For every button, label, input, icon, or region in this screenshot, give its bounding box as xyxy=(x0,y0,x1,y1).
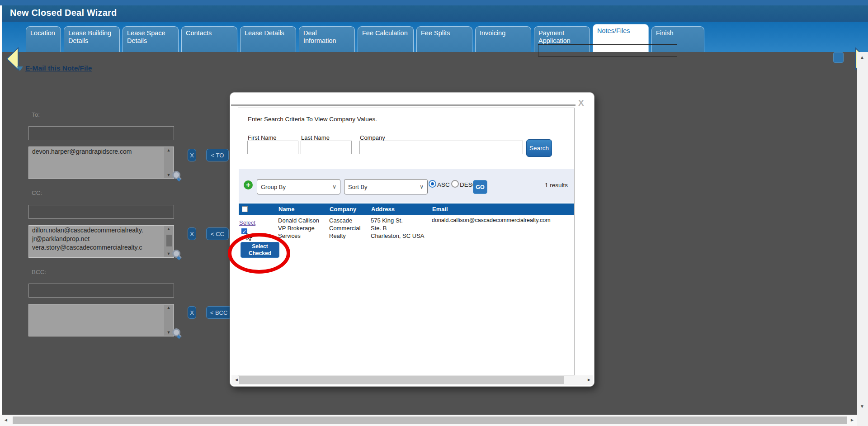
results-table-header: Name Company Address Email xyxy=(239,204,574,215)
window-left-edge xyxy=(0,5,2,415)
bcc-label: BCC: xyxy=(32,269,46,275)
app-window: New Closed Deal Wizard Location Lease Bu… xyxy=(0,0,868,426)
tab-lease-building-details[interactable]: Lease Building Details xyxy=(64,26,120,52)
move-to-button[interactable]: < TO xyxy=(206,149,229,161)
scroll-right-icon[interactable]: ► xyxy=(587,377,591,382)
company-label: Company xyxy=(360,134,385,141)
column-header-company: Company xyxy=(330,206,356,213)
bcc-address-list[interactable]: ▲ ▼ xyxy=(28,304,174,336)
tab-lease-space-details[interactable]: Lease Space Details xyxy=(123,26,179,52)
select-all-checkbox[interactable] xyxy=(242,206,248,212)
page-horizontal-scrollbar[interactable]: ◄ ► xyxy=(0,415,858,426)
title-bar xyxy=(0,5,868,22)
list-item[interactable]: devon.harper@grandrapidscre.com xyxy=(29,147,174,156)
page-vertical-scrollbar[interactable]: ▲ ▼ xyxy=(857,52,868,415)
asc-radio[interactable] xyxy=(429,180,436,188)
tab-fee-calculation[interactable]: Fee Calculation xyxy=(358,26,414,52)
people-search-icon[interactable] xyxy=(171,170,183,182)
collapse-triangle-icon[interactable] xyxy=(17,66,23,71)
scrollbar-thumb[interactable] xyxy=(13,417,847,424)
list-item[interactable]: dillon.nolan@cascadecommercialrealty. xyxy=(29,226,174,234)
desc-radio[interactable] xyxy=(451,180,459,188)
last-name-input[interactable] xyxy=(301,141,352,154)
sort-by-select[interactable]: Sort By ∨ xyxy=(344,179,428,194)
tab-deal-information[interactable]: Deal Information xyxy=(299,26,355,52)
to-label: To: xyxy=(32,111,40,118)
bcc-address-input[interactable] xyxy=(28,284,174,298)
search-button[interactable]: Search xyxy=(526,139,552,157)
dialog-horizontal-scrollbar[interactable]: ◄ ► xyxy=(231,375,593,385)
scrollbar-thumb[interactable] xyxy=(166,235,172,246)
scroll-down-icon[interactable]: ▼ xyxy=(167,330,171,336)
dialog-divider xyxy=(231,104,576,106)
asc-label: ASC xyxy=(437,181,450,188)
scroll-left-icon[interactable]: ◄ xyxy=(234,377,239,382)
list-item[interactable]: vera.story@cascadecommercialrealty.c xyxy=(29,243,174,251)
first-name-label: First Name xyxy=(248,134,277,141)
people-search-icon[interactable] xyxy=(171,249,183,260)
scroll-right-icon[interactable]: ► xyxy=(850,417,854,422)
cell-address: 575 King St. Ste. B Charleston, SC USA xyxy=(371,217,425,240)
clear-to-button[interactable]: X xyxy=(188,149,196,161)
scrollbar-thumb[interactable] xyxy=(239,376,564,384)
mouse-cursor-icon xyxy=(245,233,253,242)
tab-fee-splits[interactable]: Fee Splits xyxy=(416,26,472,52)
to-address-input[interactable] xyxy=(28,126,174,140)
first-name-input[interactable] xyxy=(247,141,298,154)
sort-by-value: Sort By xyxy=(348,184,368,190)
column-header-name: Name xyxy=(278,206,294,213)
last-name-label: Last Name xyxy=(301,134,330,141)
column-header-email: Email xyxy=(432,206,448,213)
tab-lease-details[interactable]: Lease Details xyxy=(240,26,296,52)
list-item[interactable]: jr@parklandprop.net xyxy=(29,234,174,243)
group-by-value: Group By xyxy=(261,184,286,190)
tab-location[interactable]: Location xyxy=(26,26,61,52)
company-input[interactable] xyxy=(359,141,523,154)
top-strip xyxy=(0,0,868,5)
results-count: 1 results xyxy=(545,182,568,189)
chevron-down-icon: ∨ xyxy=(332,184,336,190)
scroll-down-icon[interactable]: ▼ xyxy=(167,172,171,178)
wizard-tab-bar: Location Lease Building Details Lease Sp… xyxy=(0,22,868,52)
group-by-select[interactable]: Group By ∨ xyxy=(257,179,340,194)
clear-bcc-button[interactable]: X xyxy=(188,306,196,319)
select-row-link[interactable]: Select xyxy=(239,219,255,226)
scroll-up-icon[interactable]: ▲ xyxy=(860,55,864,60)
dimmed-background-field xyxy=(538,44,677,57)
select-checked-button[interactable]: Select Checked xyxy=(241,242,279,258)
move-cc-button[interactable]: < CC xyxy=(206,227,229,240)
clear-cc-button[interactable]: X xyxy=(188,227,196,240)
company-search-dialog: X Enter Search Criteria To View Company … xyxy=(230,92,594,387)
cc-address-list[interactable]: dillon.nolan@cascadecommercialrealty. jr… xyxy=(28,225,174,258)
column-header-address: Address xyxy=(371,206,395,213)
sort-toolbar: + Group By ∨ Sort By ∨ ASC DESC GO 1 res… xyxy=(239,169,574,203)
to-address-list[interactable]: devon.harper@grandrapidscre.com ▲ ▼ xyxy=(28,147,174,179)
cell-company: Cascade Commercial Realty xyxy=(329,217,360,240)
move-bcc-button[interactable]: < BCC xyxy=(206,306,231,319)
close-icon[interactable]: X xyxy=(578,98,584,108)
email-note-file-link[interactable]: E-Mail this Note/File xyxy=(25,64,92,72)
row-checkbox[interactable]: ✓ xyxy=(241,228,247,234)
chevron-down-icon: ∨ xyxy=(420,184,424,190)
add-icon[interactable]: + xyxy=(244,180,253,189)
scroll-up-icon[interactable]: ▲ xyxy=(167,305,171,311)
dimmed-background-button xyxy=(833,52,844,63)
scroll-up-icon[interactable]: ▲ xyxy=(167,226,171,232)
people-search-icon[interactable] xyxy=(171,327,183,339)
scrollbar-corner xyxy=(857,415,868,426)
scroll-down-icon[interactable]: ▼ xyxy=(167,251,171,257)
search-instruction: Enter Search Criteria To View Company Va… xyxy=(248,116,377,123)
cell-email: donald.callison@cascadecommercialrealty.… xyxy=(432,217,551,224)
page-title: New Closed Deal Wizard xyxy=(10,8,117,18)
dialog-body: Enter Search Criteria To View Company Va… xyxy=(238,108,575,375)
cell-name: Donald Callison VP Brokerage Services xyxy=(278,217,319,240)
scroll-up-icon[interactable]: ▲ xyxy=(167,147,171,153)
cc-label: CC: xyxy=(32,189,42,196)
scroll-left-icon[interactable]: ◄ xyxy=(4,417,8,422)
cc-address-input[interactable] xyxy=(28,205,174,219)
scroll-down-icon[interactable]: ▼ xyxy=(860,404,864,409)
tab-contacts[interactable]: Contacts xyxy=(181,26,237,52)
go-button[interactable]: GO xyxy=(473,180,487,194)
tab-invoicing[interactable]: Invoicing xyxy=(475,26,531,52)
